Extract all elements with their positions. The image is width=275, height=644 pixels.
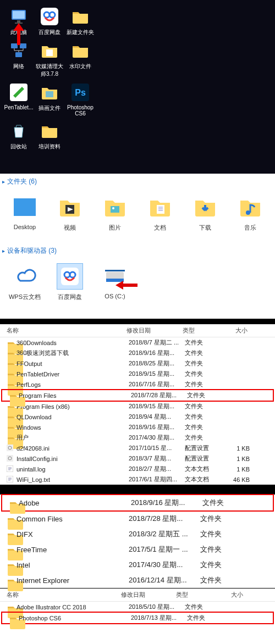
library-videos[interactable]: 视频 <box>51 194 89 232</box>
folder-icon <box>70 7 90 26</box>
desktop-icon-recycle-bin[interactable]: 回收站 <box>3 121 34 151</box>
red-arrow-icon <box>11 23 26 45</box>
file-date: 2018/3/2 星期五 ... <box>129 529 200 539</box>
svg-rect-19 <box>157 205 164 214</box>
col-size[interactable]: 大小 <box>219 326 252 335</box>
drive-baidu[interactable]: 百度网盘 <box>51 263 89 301</box>
row-users[interactable]: 用户2017/4/30 星期...文件夹 <box>0 432 275 443</box>
folder-icon <box>7 424 14 431</box>
row-windows[interactable]: Windows2018/9/16 星期...文件夹 <box>0 422 275 432</box>
row-pentabletdriver[interactable]: PenTabletDriver2018/9/15 星期...文件夹 <box>0 369 275 379</box>
file-type: 文件夹 <box>200 545 239 554</box>
file-date: 2018/9/4 星期... <box>129 413 185 421</box>
video-icon <box>57 194 83 220</box>
row-program-files[interactable]: Program Files2018/7/28 星期...文件夹 <box>2 390 273 401</box>
library-downloads[interactable]: 下载 <box>186 194 224 232</box>
library-documents[interactable]: 文档 <box>141 194 179 232</box>
file-name: DIFX <box>16 530 129 538</box>
library-desktop[interactable]: Desktop <box>6 194 44 232</box>
file-date: 2017/5/1 星期一 ... <box>129 545 200 554</box>
folder-icon <box>7 530 14 538</box>
row-ie[interactable]: Internet Explorer2016/12/14 星期...文件夹 <box>0 573 275 588</box>
col-date[interactable]: 修改日期 <box>121 591 176 599</box>
row-360downloads[interactable]: 360Downloads2018/8/7 星期二 ...文件夹 <box>0 337 275 348</box>
col-size[interactable]: 大小 <box>215 591 248 599</box>
file-date: 2018/9/15 星期... <box>129 402 185 410</box>
row-ffoutput[interactable]: FFOutput2018/8/25 星期...文件夹 <box>0 358 275 369</box>
file-date: 2017/4/30 星期... <box>129 560 200 570</box>
desktop-icon-label: PenTablet... <box>3 104 34 110</box>
folder-icon <box>7 413 14 421</box>
row-installconfig[interactable]: InstallConfig.ini2018/3/7 星期...配置设置1 KB <box>0 453 275 464</box>
desktop-icon-training[interactable]: 培训资料 <box>34 121 65 151</box>
folder-icon <box>9 499 16 507</box>
row-uninstall-log[interactable]: unintall.log2018/2/7 星期...文本文档1 KB <box>0 464 275 474</box>
file-size: 46 KB <box>221 476 254 483</box>
svg-rect-15 <box>14 198 36 216</box>
svg-rect-29 <box>7 455 13 462</box>
file-name: Internet Explorer <box>16 576 129 585</box>
folder-icon <box>40 121 59 141</box>
file-date: 2017/4/30 星期... <box>129 434 185 442</box>
row-illustrator[interactable]: Adobe Illustrator CC 20182018/5/10 星期...… <box>0 602 275 612</box>
row-qldownload[interactable]: QLDownload2018/9/4 星期...文件夹 <box>0 412 275 422</box>
row-photoshop-cs6[interactable]: Photoshop CS62018/7/13 星期...文件夹 <box>2 613 273 623</box>
col-name[interactable]: 名称 <box>1 326 127 335</box>
folder-icon <box>9 392 16 399</box>
svg-rect-1 <box>13 11 25 19</box>
row-program-files-x86[interactable]: Program Files (x86)2018/9/15 星期...文件夹 <box>0 401 275 412</box>
svg-rect-12 <box>46 91 53 97</box>
folder-icon <box>7 603 14 611</box>
row-d2f42068[interactable]: d2f42068.ini2017/10/15 星...配置设置1 KB <box>0 443 275 453</box>
file-type: 文件夹 <box>185 380 221 388</box>
table3-header: 名称 修改日期 类型 大小 <box>0 589 275 602</box>
desktop-icon-photoshop[interactable]: PsPhotoshop CS6 <box>65 82 96 116</box>
folders-grid: Desktop视频图片文档下载音乐 <box>0 187 275 243</box>
library-music[interactable]: 音乐 <box>231 194 270 232</box>
folders-section-title[interactable]: 文件夹 (6) <box>0 174 275 187</box>
row-common-files[interactable]: Common Files2018/7/28 星期...文件夹 <box>0 511 275 526</box>
library-label: 音乐 <box>231 224 270 232</box>
library-pictures[interactable]: 图片 <box>96 194 134 232</box>
file-type: 配置设置 <box>185 444 221 452</box>
desktop-icon-baidu-netdisk[interactable]: 百度网盘 <box>34 7 65 36</box>
col-date[interactable]: 修改日期 <box>127 326 183 335</box>
drives-section-title[interactable]: 设备和驱动器 (3) <box>0 243 275 257</box>
library-label: 下载 <box>186 224 224 232</box>
desktop-icon-network[interactable]: 网络 <box>3 41 34 78</box>
folder-pic-icon <box>40 82 59 102</box>
ini-icon <box>7 445 14 452</box>
row-freetime[interactable]: FreeTime2017/5/1 星期一 ...文件夹 <box>0 542 275 557</box>
row-perflogs[interactable]: PerfLogs2016/7/16 星期...文件夹 <box>0 379 275 390</box>
desktop-icon-illustration[interactable]: 插画文件 <box>34 82 65 116</box>
desktop-icon-cleaner[interactable]: 软媒清理大师3.7.8 <box>34 41 65 78</box>
file-size: 1 KB <box>221 466 254 473</box>
col-type[interactable]: 类型 <box>176 591 215 599</box>
row-360browser[interactable]: 360极速浏览器下载2018/9/16 星期...文件夹 <box>0 348 275 358</box>
desktop-icon-pentablet[interactable]: PenTablet... <box>3 82 34 116</box>
row-wifi-log[interactable]: WiFi_Log.txt2017/6/1 星期四...文本文档46 KB <box>0 474 275 485</box>
drive-label: OS (C:) <box>96 293 134 299</box>
file-type: 文件夹 <box>185 359 221 368</box>
svg-rect-26 <box>105 270 125 271</box>
file-date: 2018/8/7 星期二 ... <box>129 338 185 347</box>
desktop-icon-watermark[interactable]: 水印文件 <box>65 41 96 78</box>
folder-icon <box>7 515 14 523</box>
desktop-icon-label: Photoshop CS6 <box>65 104 96 116</box>
file-date: 2016/12/14 星期... <box>129 575 200 585</box>
divider <box>0 485 275 495</box>
row-intel[interactable]: Intel2017/4/30 星期...文件夹 <box>0 557 275 573</box>
row-adobe[interactable]: Adobe2018/9/16 星期...文件夹 <box>2 495 273 510</box>
drive-wps-cloud[interactable]: WPS云文档 <box>6 263 44 301</box>
row-difx[interactable]: DIFX2018/3/2 星期五 ...文件夹 <box>0 526 275 542</box>
wps-cloud-icon <box>12 263 38 290</box>
file-date: 2018/2/7 星期... <box>129 465 185 473</box>
desktop-icon-label: 培训资料 <box>34 143 65 151</box>
file-name: FreeTime <box>16 546 129 554</box>
col-type[interactable]: 类型 <box>183 326 219 335</box>
desktop-icon-label: 百度网盘 <box>34 29 65 36</box>
folder-icon <box>7 381 14 388</box>
file-name: 360Downloads <box>16 340 129 346</box>
col-name[interactable]: 名称 <box>1 591 121 599</box>
desktop-icon-new-folder[interactable]: 新建文件夹 <box>65 7 96 36</box>
